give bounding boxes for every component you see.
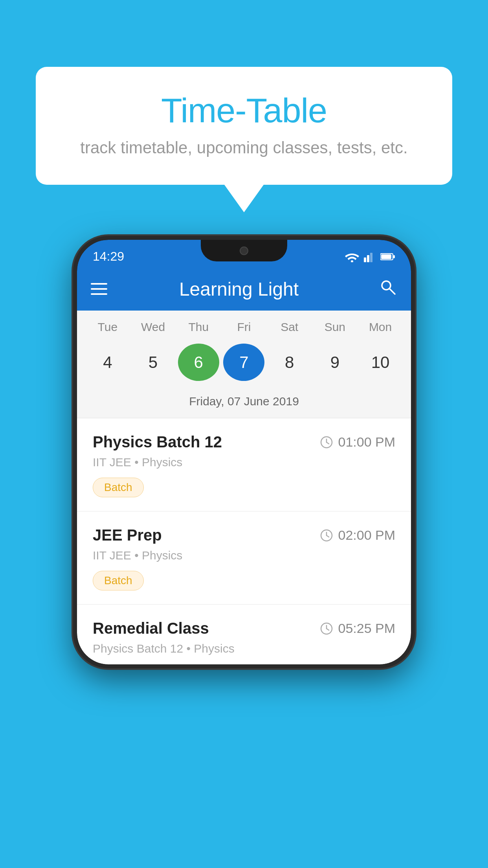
- svg-line-17: [327, 629, 329, 630]
- schedule-item-2-tag: Batch: [93, 571, 144, 590]
- svg-rect-6: [381, 254, 391, 259]
- hamburger-menu-button[interactable]: [91, 283, 107, 295]
- main-title: Time-Table: [67, 90, 421, 131]
- calendar-dates-row: 4 5 6 7 8 9 10: [77, 338, 411, 391]
- hamburger-line-2: [91, 288, 107, 290]
- hamburger-line-1: [91, 283, 107, 285]
- battery-icon: [380, 253, 395, 261]
- svg-line-8: [390, 289, 395, 294]
- hamburger-line-3: [91, 293, 107, 295]
- schedule-item-1[interactable]: Physics Batch 12 01:00 PM IIT JEE • Phys…: [77, 418, 411, 511]
- clock-icon-3: [320, 622, 333, 635]
- date-8[interactable]: 8: [269, 344, 310, 381]
- app-bar: Learning Light: [77, 267, 411, 311]
- phone-content: 14:29: [77, 240, 411, 664]
- speech-bubble-tail: [224, 185, 264, 212]
- phone-camera: [240, 246, 248, 255]
- schedule-item-1-tag: Batch: [93, 478, 144, 497]
- schedule-item-1-subtitle: IIT JEE • Physics: [93, 456, 395, 469]
- main-subtitle: track timetable, upcoming classes, tests…: [67, 138, 421, 157]
- status-time: 14:29: [93, 249, 124, 264]
- schedule-item-3-time: 05:25 PM: [320, 621, 395, 636]
- schedule-item-2-header: JEE Prep 02:00 PM: [93, 526, 395, 544]
- schedule-item-2-subtitle: IIT JEE • Physics: [93, 549, 395, 562]
- phone-notch: [201, 240, 287, 261]
- svg-line-14: [327, 535, 329, 537]
- date-6-today[interactable]: 6: [178, 344, 219, 381]
- phone-mockup: 14:29: [73, 236, 415, 668]
- day-thu: Thu: [178, 320, 219, 334]
- schedule-item-3-subtitle: Physics Batch 12 • Physics: [93, 642, 395, 655]
- status-icons: [345, 251, 395, 262]
- schedule-list: Physics Batch 12 01:00 PM IIT JEE • Phys…: [77, 418, 411, 664]
- svg-rect-2: [367, 255, 369, 262]
- schedule-item-1-title: Physics Batch 12: [93, 433, 222, 451]
- schedule-item-1-time: 01:00 PM: [320, 434, 395, 450]
- schedule-item-2-title: JEE Prep: [93, 526, 162, 544]
- signal-icon: [364, 251, 376, 262]
- app-title: Learning Light: [111, 278, 367, 300]
- clock-icon-1: [320, 436, 333, 449]
- day-wed: Wed: [132, 320, 174, 334]
- svg-rect-5: [393, 255, 395, 258]
- date-10[interactable]: 10: [360, 344, 401, 381]
- wifi-icon: [345, 251, 359, 262]
- date-9[interactable]: 9: [314, 344, 356, 381]
- svg-point-7: [382, 281, 391, 290]
- schedule-item-1-header: Physics Batch 12 01:00 PM: [93, 433, 395, 451]
- schedule-item-2-time: 02:00 PM: [320, 528, 395, 543]
- selected-date-label: Friday, 07 June 2019: [77, 391, 411, 418]
- day-mon: Mon: [360, 320, 401, 334]
- svg-line-11: [327, 442, 329, 444]
- power-button: [411, 370, 415, 421]
- svg-rect-1: [364, 257, 366, 262]
- speech-bubble-card: Time-Table track timetable, upcoming cla…: [36, 67, 452, 185]
- schedule-item-3[interactable]: Remedial Class 05:25 PM Physics Batch 12…: [77, 605, 411, 664]
- date-5[interactable]: 5: [132, 344, 174, 381]
- volume-down-button: [73, 393, 77, 425]
- day-sun: Sun: [314, 320, 356, 334]
- search-icon: [378, 278, 397, 296]
- schedule-item-2[interactable]: JEE Prep 02:00 PM IIT JEE • Physics Batc…: [77, 511, 411, 605]
- day-fri: Fri: [223, 320, 264, 334]
- date-7-selected[interactable]: 7: [223, 344, 264, 381]
- schedule-item-3-title: Remedial Class: [93, 620, 209, 637]
- svg-point-0: [351, 260, 353, 262]
- search-button[interactable]: [378, 278, 397, 300]
- svg-rect-3: [370, 253, 372, 262]
- day-tue: Tue: [87, 320, 128, 334]
- schedule-item-3-header: Remedial Class 05:25 PM: [93, 620, 395, 637]
- clock-icon-2: [320, 529, 333, 542]
- volume-up-button: [73, 350, 77, 381]
- speech-bubble-section: Time-Table track timetable, upcoming cla…: [36, 67, 452, 212]
- phone-frame: 14:29: [73, 236, 415, 668]
- date-4[interactable]: 4: [87, 344, 128, 381]
- calendar-header: Tue Wed Thu Fri Sat Sun Mon: [77, 311, 411, 338]
- day-sat: Sat: [269, 320, 310, 334]
